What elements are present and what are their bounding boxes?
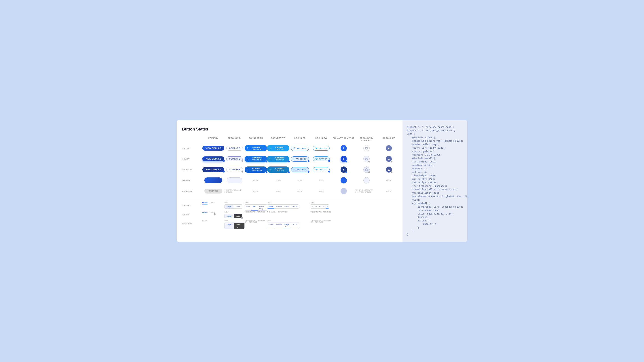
state-loading-label: LOADING	[182, 179, 202, 181]
tab-large-pressed[interactable]: Large	[283, 223, 290, 228]
primary-normal-button[interactable]: VIEW DETAILS	[202, 146, 224, 151]
secondary-hover-button[interactable]: COMPARE	[226, 156, 243, 161]
tiers-tab-normal[interactable]: TIERS	[209, 202, 215, 204]
cell-tab-login-fb-hover: THE SAME AS 2 ITEM TABS	[267, 211, 289, 213]
tab-label-login-fb-normal: Label	[267, 202, 271, 203]
secondary-compact-normal-button[interactable]	[363, 145, 370, 151]
tab-y-normal[interactable]: Y	[326, 205, 329, 209]
secondary-pressed-button[interactable]: COMPARE	[226, 167, 243, 172]
price-tab-hover[interactable]: PRICE	[202, 211, 208, 214]
tab-buy-normal[interactable]: Buy	[245, 205, 251, 211]
tab-label-pc-normal: Label	[310, 202, 314, 203]
cell-scroll-up-disabled: NONE	[378, 190, 400, 192]
login-fb-hover-button[interactable]: f FACEBOOK	[291, 156, 309, 162]
cell-tab-primary-compact-normal: Label H D W M Y	[310, 202, 332, 209]
login-tw-normal-button[interactable]: 🐦 TWITTER	[313, 146, 330, 151]
col-state	[182, 137, 202, 141]
login-fb-normal-button[interactable]: f FACEBOOK	[291, 146, 309, 151]
cell-connect-fb-disabled: NONE	[245, 190, 267, 192]
login-tw-hover-button[interactable]: 🐦 TWITTER	[313, 156, 330, 161]
svg-rect-0	[366, 148, 368, 149]
page-title: Button States	[182, 127, 397, 132]
cell-secondary-compact-disabled: THE SAME AS PRIMARY COMPACT DISABLED	[355, 189, 378, 193]
trash-icon-hover	[365, 158, 368, 160]
tab-light-fb-pressed[interactable]: Light	[225, 223, 234, 229]
tab-label-login-fb-hover: THE SAME AS 2 ITEM TABS	[267, 211, 287, 213]
secondary-compact-loading-button	[363, 177, 370, 183]
cell-tab-connect-tw-normal: Label Buy Sell Watch Only	[245, 202, 267, 211]
cell-connect-tw-loading: NONE	[267, 179, 289, 181]
tab-label-fb-pressed: Label	[224, 220, 228, 221]
tab-light-fb-normal[interactable]: Light	[225, 205, 234, 209]
pressed-indicator-secondary	[242, 171, 243, 173]
col-secondary-compact: Secondary Compact	[355, 137, 378, 141]
cell-primary-hover: VIEW DETAILS	[202, 156, 224, 161]
secondary-normal-button[interactable]: COMPARE	[226, 146, 243, 151]
cell-primary-compact-normal: +	[332, 145, 355, 151]
tab-custom-normal[interactable]: Custom	[290, 205, 299, 209]
tab-dark-fb-pressed[interactable]: Dark	[234, 223, 244, 229]
tab-label-tw-normal: Label	[245, 202, 248, 203]
col-login-fb: Log In FB	[289, 137, 310, 141]
col-login-tw: Log In TW	[310, 137, 332, 141]
tabs-hover-label: HOVER	[182, 211, 202, 216]
cell-login-tw-disabled: NONE	[310, 190, 332, 192]
cell-secondary-compact-loading	[355, 177, 378, 183]
login-fb-pressed-button[interactable]: f FACEBOOK	[291, 167, 309, 172]
hover-indicator-scroll	[391, 161, 392, 162]
primary-disabled-button: BUTTON	[204, 189, 222, 194]
primary-pressed-button[interactable]: VIEW DETAILS	[202, 167, 224, 172]
connect-tw-pressed-button[interactable]: 🐦 CONNECT TWITTER	[267, 166, 289, 173]
tab-label-pc-hover: THE SAME AS 2 ITEM TABS	[310, 211, 331, 213]
tab-w-normal[interactable]: W	[318, 205, 322, 209]
svg-rect-3	[366, 158, 368, 160]
tab-light-fb-hover[interactable]: Light	[225, 214, 234, 218]
tab-label-tw-hover: THE SAME AS 2 ITEM TABS	[245, 211, 265, 213]
connect-fb-normal-button[interactable]: f CONNECT FACEBOOK	[245, 145, 267, 151]
cell-secondary-compact-hover	[355, 156, 378, 162]
cell-login-fb-hover: f FACEBOOK	[289, 156, 310, 162]
primary-compact-normal-button[interactable]: +	[340, 145, 347, 151]
pressed-indicator-login-fb	[308, 171, 310, 173]
cell-tab-secondary-normal: PRICE TIERS	[202, 202, 224, 204]
tab-group-login-fb-normal: Small Medium Large Custom	[267, 204, 299, 209]
tw-icon-normal: 🐦	[269, 147, 272, 149]
tab-d-normal[interactable]: D	[314, 205, 318, 209]
fb-icon-login-pressed: f	[294, 168, 295, 171]
secondary-compact-disabled-text: THE SAME AS PRIMARY COMPACT DISABLED	[355, 189, 378, 193]
tab-medium-pressed[interactable]: Medium	[274, 223, 283, 228]
tab-h-normal[interactable]: H	[311, 205, 314, 209]
tab-medium-normal[interactable]: Medium	[274, 205, 283, 209]
login-tw-pressed-button[interactable]: 🐦 TWITTER	[313, 167, 330, 172]
cell-tab-pc-hover: THE SAME AS 2 ITEM TABS	[310, 211, 332, 213]
hover-indicator-primary-compact	[346, 161, 347, 162]
primary-compact-disabled-button	[340, 188, 347, 194]
tabs-row-normal: NORMAL PRICE TIERS Label Light Dark Labe…	[182, 202, 397, 211]
col-scroll-up: Scroll Up	[378, 137, 400, 141]
connect-fb-hover-button[interactable]: f CONNECT FACEBOOK	[245, 156, 267, 162]
pressed-none-secondary: NONE	[202, 220, 207, 222]
tab-small-normal[interactable]: Small	[267, 205, 274, 209]
col-secondary: Secondary	[224, 137, 245, 141]
tab-small-pressed[interactable]: Small	[267, 223, 274, 228]
state-normal-label: NORMAL	[182, 147, 202, 149]
scroll-up-normal-button[interactable]: ▲	[386, 145, 392, 151]
col-connect-fb: Connect FB	[245, 137, 267, 141]
tab-m-normal[interactable]: M	[322, 205, 326, 209]
tab-large-normal[interactable]: Large	[283, 205, 290, 209]
primary-hover-button[interactable]: VIEW DETAILS	[202, 156, 224, 161]
cell-tab-login-fb-normal: Label Small Medium Large Custom	[267, 202, 289, 209]
cell-secondary-loading	[224, 177, 245, 183]
connect-tw-normal-button[interactable]: 🐦 CONNECT TWITTER	[267, 145, 289, 151]
tab-group-pc-normal: H D W M Y	[310, 204, 329, 209]
pressed-large-dot	[285, 226, 286, 227]
tab-custom-pressed[interactable]: Custom	[290, 223, 299, 228]
tab-watchonly-normal[interactable]: Watch Only	[258, 205, 267, 211]
tab-sell-normal[interactable]: Sell	[251, 205, 258, 211]
connect-tw-hover-button[interactable]: 🐦 CONNECT TWITTER	[267, 156, 289, 162]
cell-tab-secondary-pressed: NONE	[202, 220, 224, 222]
connect-fb-pressed-button[interactable]: f CONNECT FACEBOOK	[245, 166, 267, 173]
tw-icon-login-hover: 🐦	[315, 158, 318, 160]
tab-dark-fb-normal[interactable]: Dark	[234, 205, 242, 209]
price-tab-normal[interactable]: PRICE	[202, 202, 208, 204]
